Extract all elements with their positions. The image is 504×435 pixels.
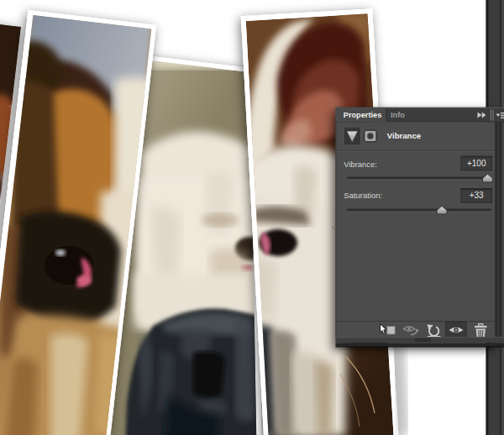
svg-text:Vibrance: Vibrance xyxy=(387,131,421,140)
svg-text:Info: Info xyxy=(391,111,405,119)
svg-text:Saturation:: Saturation: xyxy=(344,191,382,200)
svg-text:+33: +33 xyxy=(470,191,484,200)
svg-text:+100: +100 xyxy=(467,159,486,168)
svg-text:Properties: Properties xyxy=(344,111,381,119)
svg-text:Vibrance:: Vibrance: xyxy=(344,160,376,169)
